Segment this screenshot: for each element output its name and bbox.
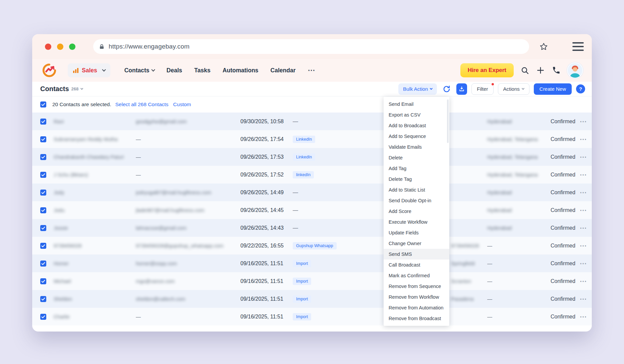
actions-button[interactable]: Actions <box>498 83 529 95</box>
source-badge: — <box>293 190 298 196</box>
create-new-button[interactable]: Create New <box>534 83 572 95</box>
url-text: https://www.engagebay.com <box>109 43 189 50</box>
nav-item-tasks[interactable]: Tasks <box>194 67 210 74</box>
help-button[interactable]: ? <box>576 84 585 93</box>
address-bar[interactable]: https://www.engagebay.com <box>93 39 529 54</box>
bulk-menu-item[interactable]: Update Fields <box>384 227 449 238</box>
row-checkbox[interactable] <box>40 278 46 284</box>
bulk-menu-item[interactable]: Execute Workflow <box>384 217 449 227</box>
chevron-down-icon[interactable] <box>80 87 83 90</box>
select-all-checkbox[interactable] <box>40 101 46 107</box>
bulk-menu-item[interactable]: Add Tag <box>384 163 449 174</box>
nav-item-automations[interactable]: Automations <box>223 67 259 74</box>
bulk-menu-item[interactable]: Delete Tag <box>384 174 449 185</box>
contact-source-cell: LinkedIn <box>293 153 343 161</box>
row-checkbox[interactable] <box>40 154 46 160</box>
row-checkbox[interactable] <box>40 261 46 267</box>
refresh-button[interactable] <box>441 83 452 95</box>
source-badge: Import <box>293 278 311 285</box>
table-row[interactable]: Jossie lahnacsse@gmail.com 09/26/2025, 1… <box>32 219 592 237</box>
bulk-menu-item[interactable]: Remove from Sequence <box>384 281 449 292</box>
row-checkbox[interactable] <box>40 243 46 249</box>
row-checkbox-cell <box>40 261 54 267</box>
row-more-icon[interactable]: ⋯ <box>578 277 587 285</box>
row-checkbox-cell <box>40 119 54 125</box>
row-checkbox[interactable] <box>40 207 46 213</box>
contact-location: Hyderabad, Telangana <box>487 136 551 142</box>
table-row[interactable]: 9739456028 9739456028@gupshup_whatsapp.c… <box>32 237 592 254</box>
custom-selection-link[interactable]: Custom <box>173 101 191 107</box>
row-more-icon[interactable]: ⋯ <box>578 135 587 143</box>
bulk-menu-item[interactable]: Delete <box>384 152 449 163</box>
table-row[interactable]: J Schu (Bktars) — 09/26/2025, 17:52 link… <box>32 166 592 184</box>
row-more-icon[interactable]: ⋯ <box>578 118 587 126</box>
row-checkbox[interactable] <box>40 119 46 125</box>
row-more-icon[interactable]: ⋯ <box>578 206 587 214</box>
row-more-icon[interactable]: ⋯ <box>578 260 587 268</box>
close-window-button[interactable] <box>45 44 51 50</box>
bulk-menu-item[interactable]: Send Email <box>384 99 449 110</box>
contact-location: Hyderabad, Telangana <box>487 172 551 177</box>
filter-button[interactable]: Filter <box>471 83 493 95</box>
row-more-icon[interactable]: ⋯ <box>578 295 587 303</box>
bulk-menu-item[interactable]: Send Double Opt-in <box>384 195 449 206</box>
table-row[interactable]: Jody jodryugal87@mail.hugfitness.com 09/… <box>32 184 592 201</box>
minimize-window-button[interactable] <box>57 44 63 50</box>
filter-label: Filter <box>477 86 488 92</box>
bulk-menu-item[interactable]: Call Broadcast <box>384 260 449 270</box>
nav-more-icon[interactable]: ⋯ <box>307 66 315 75</box>
table-row[interactable]: Sheldon sheldon@caltech.com 09/16/2025, … <box>32 290 592 308</box>
table-row[interactable]: Chandrakanth Chawdary Paturi — 09/26/202… <box>32 148 592 166</box>
row-checkbox[interactable] <box>40 190 46 196</box>
bulk-menu-item[interactable]: Remove from Automation <box>384 302 449 313</box>
bulk-menu-item[interactable]: Export as CSV <box>384 110 449 120</box>
bulk-menu-item[interactable]: Mark as Confirmed <box>384 270 449 281</box>
contact-source-cell: LinkedIn <box>293 136 343 143</box>
row-more-icon[interactable]: ⋯ <box>578 171 587 179</box>
table-row[interactable]: Jodu jlade987@mail.hugfitness.com 09/26/… <box>32 201 592 219</box>
row-checkbox[interactable] <box>40 225 46 231</box>
bulk-menu-item[interactable]: Remove from Broadcast <box>384 313 449 324</box>
row-more-icon[interactable]: ⋯ <box>578 242 587 250</box>
nav-item-deals[interactable]: Deals <box>167 67 182 74</box>
bulk-action-button[interactable]: Bulk Action <box>398 83 437 95</box>
filter-notification-dot <box>491 82 495 86</box>
nav-item-contacts[interactable]: Contacts <box>124 67 155 74</box>
quick-add-icon[interactable] <box>536 66 545 75</box>
bulk-menu-item[interactable]: Add to Sequence <box>384 131 449 142</box>
hire-expert-button[interactable]: Hire an Expert <box>460 63 514 77</box>
table-row[interactable]: Homer homer@snpp.com 09/16/2025, 11:51 I… <box>32 254 592 272</box>
row-checkbox[interactable] <box>40 314 46 320</box>
bulk-menu-item[interactable]: Validate Emails <box>384 142 449 152</box>
select-all-link[interactable]: Select all 268 Contacts <box>115 101 169 107</box>
row-checkbox[interactable] <box>40 136 46 142</box>
search-icon[interactable] <box>521 66 529 75</box>
table-row[interactable]: Subramanyam Reddy Mutha — 09/26/2025, 17… <box>32 130 592 148</box>
bookmark-star-icon[interactable] <box>539 42 548 51</box>
user-avatar[interactable] <box>568 63 582 78</box>
browser-menu-icon[interactable] <box>572 42 584 51</box>
row-checkbox[interactable] <box>40 172 46 178</box>
bulk-menu-item[interactable]: Change Owner <box>384 238 449 249</box>
row-more-icon[interactable]: ⋯ <box>578 189 587 197</box>
workspace-switcher[interactable]: Sales <box>68 63 110 77</box>
bulk-menu-item[interactable]: Add to Static List <box>384 185 449 195</box>
export-contacts-button[interactable] <box>456 83 467 95</box>
table-row[interactable]: Ravi goodgyhw@gmail.com 09/30/2025, 10:5… <box>32 113 592 130</box>
row-more-icon[interactable]: ⋯ <box>578 313 587 321</box>
table-row[interactable]: Michael mgs@vance.com 09/16/2025, 11:51 … <box>32 272 592 290</box>
engagebay-logo[interactable] <box>42 63 57 78</box>
nav-item-calendar[interactable]: Calendar <box>271 67 296 74</box>
table-row[interactable]: Charlie — 09/16/2025, 11:51 Import — Con… <box>32 308 592 325</box>
phone-icon[interactable] <box>552 66 561 75</box>
bulk-menu-item[interactable]: Remove from Workflow <box>384 292 449 302</box>
bulk-menu-item[interactable]: Add to Broadcast <box>384 120 449 131</box>
bulk-menu-item[interactable]: Add Score <box>384 206 449 217</box>
menu-scrollbar[interactable] <box>447 99 449 143</box>
row-more-icon[interactable]: ⋯ <box>578 153 587 161</box>
bulk-menu-item[interactable]: Send SMS <box>384 249 449 260</box>
row-checkbox[interactable] <box>40 296 46 302</box>
maximize-window-button[interactable] <box>69 44 75 50</box>
row-more-icon[interactable]: ⋯ <box>578 224 587 232</box>
contact-name: Jodu <box>54 207 136 213</box>
